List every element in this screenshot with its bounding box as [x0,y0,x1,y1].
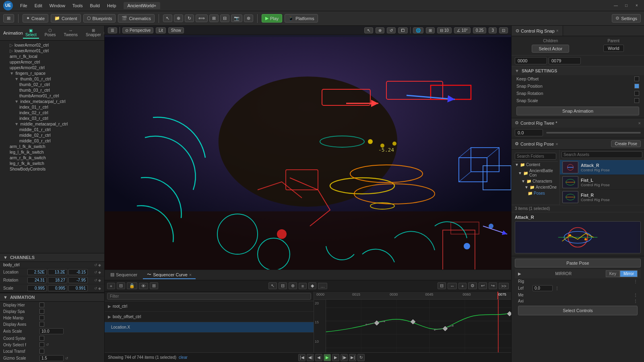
rotation-y-val[interactable]: 18.27 [48,277,67,283]
select-controls-btn[interactable]: Select Controls [518,306,638,315]
pb-next-key[interactable]: |▶ [341,354,348,361]
menu-file[interactable]: File [17,2,31,9]
tree-item[interactable]: thumbArmor01_r_ctrl [0,93,104,99]
cinematics-button[interactable]: 🎬 Cinematics [118,14,154,23]
folder-ancientbattle[interactable]: ▼ 📁 AncientBattle Con [513,168,558,178]
cursor-icon[interactable]: ↖ [364,27,373,33]
channel-key-icon[interactable]: ◆ [98,263,101,267]
tab-sequencer-curve[interactable]: 〜 Sequencer Curve × [143,271,196,279]
snap-settings-header[interactable]: ▼ SNAP SETTINGS [512,66,644,75]
select-actor-btn[interactable]: Select Actor [532,45,569,53]
twee-val-input[interactable] [515,129,543,136]
axi-menu-icon[interactable]: ⋮ [634,299,638,303]
create-button[interactable]: ✦ Create [23,14,48,23]
lef-menu-icon[interactable]: ⋮ [555,286,559,290]
seq-bookmark[interactable]: ⊞ [150,282,158,289]
seq-track-select[interactable]: ≡ [299,283,307,289]
platforms-button[interactable]: 📱 Platforms [285,14,318,23]
seq-track-root[interactable]: ▶ root_ctrl [105,301,314,312]
viewport-options2[interactable]: ↺ [387,27,396,33]
tree-item[interactable]: arm_r_fk_ik_switch [0,155,104,160]
tree-item[interactable]: thumb_03_r_ctrl [0,87,104,93]
display-spa-check[interactable] [39,309,44,314]
viewport[interactable]: ☰ ⊙ Perspective Lit Show ↖ ⊕ ↺ ⧠ 🌐 ⊞ ⊟ 1… [105,26,511,269]
snap-scale-check[interactable] [634,98,639,103]
seq-eye[interactable]: 👁 [139,283,148,289]
pb-to-start[interactable]: |◀ [298,354,305,361]
tree-item[interactable]: ▷lowerArmor02_ctrl [0,42,104,48]
toolbar-grid-btn[interactable]: ⊞ [3,14,14,23]
pose-close[interactable]: × [555,142,558,146]
channels-header[interactable]: ▼ CHANNELS [0,253,104,262]
fullscreen-btn[interactable]: ⊡ [499,27,508,33]
seq-more[interactable]: … [318,283,327,289]
pb-loop[interactable]: ↻ [357,354,365,361]
tree-item[interactable]: ▼index_metacarpal_r_ctrl [0,99,104,104]
loc-reset-icon[interactable]: ↺ [94,270,97,274]
mode-tool[interactable]: ⊛ [244,14,253,22]
menu-tools[interactable]: Tools [69,2,86,9]
seq-lock[interactable]: 🔒 [127,282,137,289]
viewport-options1[interactable]: ⊕ [376,27,384,33]
menu-edit[interactable]: Edit [31,2,45,9]
rot-reset-icon[interactable]: ↺ [94,278,97,282]
seq-select-box[interactable]: ⊟ [279,282,287,289]
blueprints-button[interactable]: ⬡ Blueprints [83,14,116,23]
tab-control-rig-snap[interactable]: ⊙ Control Rig Snap × [512,26,563,36]
play-button[interactable]: ▶ Play [262,14,282,23]
asset-attack-r[interactable]: Attack_R Control Rig Pose [560,160,644,175]
axis-scale-input[interactable] [39,328,64,334]
tree-item[interactable]: ▼thumb_01_r_ctrl [0,76,104,82]
only-select-reset[interactable]: ↺ [46,343,49,347]
only-select-check[interactable] [39,342,44,347]
seq-track-body[interactable]: ▶ body_offset_ctrl [105,312,314,322]
gizmo-scale-reset[interactable]: ↺ [65,356,68,360]
snap-rotation-check[interactable] [634,91,639,96]
scale-reset-icon[interactable]: ↺ [94,286,97,290]
pb-play[interactable]: ▶ [324,354,331,361]
tree-item[interactable]: index_03_r_ctrl [0,115,104,121]
tree-item[interactable]: middle_01_r_ctrl [0,127,104,132]
settings-button[interactable]: ⚙ Settings [612,14,641,23]
folder-characters[interactable]: ▼ 📁 Characters [513,178,558,184]
tab-poses[interactable]: ⬡ Poses [42,27,58,39]
rotation-x-val[interactable]: 24.31 [27,277,47,283]
seq-redo[interactable]: ↪ [489,282,497,289]
menu-window[interactable]: Window [46,2,68,9]
key-btn[interactable]: Key [606,270,620,277]
lef-input[interactable] [533,285,553,291]
seq-settings[interactable]: ⚙ [468,282,477,289]
tree-item[interactable]: ▼middle_metacarpal_r_ctrl [0,121,104,127]
channel-reset-icon[interactable]: ↺ [94,263,97,267]
tree-item[interactable]: upperArmor_ctrl [0,59,104,65]
pb-prev-key[interactable]: ◀| [307,354,314,361]
snap-tab-close[interactable]: × [556,29,559,33]
display-hier-check[interactable] [39,302,44,307]
mirror-btn[interactable]: Mirror [620,270,638,277]
viewport-options3[interactable]: ⧠ [398,27,408,33]
tree-item[interactable]: arm_r_fk_local [0,53,104,59]
keep-offset-check[interactable] [634,76,639,81]
seq-chevrons[interactable]: >> [499,283,509,289]
pb-step-back[interactable]: ◀ [315,354,322,361]
local-transf-check[interactable] [39,349,44,354]
asset-fist-r[interactable]: Fist_R Control Rig Pose [560,190,644,205]
folder-ancientone[interactable]: ▼ 📁 AncientOne [513,184,558,190]
rotation-z-val[interactable]: -7.95 [68,277,88,283]
tree-item[interactable]: ▷lowerArmor01_ctrl [0,48,104,53]
clear-btn[interactable]: clear [179,355,188,360]
val2-input[interactable] [549,57,581,64]
rot-key-icon[interactable]: ◆ [98,278,101,282]
sequencer-timeline[interactable]: 0000 0015 0030 0045 0060 0075 20 [314,292,511,352]
pb-to-end[interactable]: ▶| [349,354,356,361]
scale-z-val[interactable]: 0.991 [68,285,88,291]
tree-item[interactable]: arm_l_fk_ik_switch [0,144,104,149]
minimize-button[interactable]: — [612,3,620,8]
close-button[interactable]: × [633,3,641,8]
snap-animation-btn[interactable]: Snap Animation [516,107,639,115]
world-icon[interactable]: 🌐 [413,27,423,33]
location-y-val[interactable]: 13.2E [48,269,67,275]
rig-menu-icon[interactable]: ⋮ [634,279,638,284]
tree-item[interactable]: middle_03_r_ctrl [0,138,104,144]
viewport-menu-btn[interactable]: ☰ [108,27,117,33]
